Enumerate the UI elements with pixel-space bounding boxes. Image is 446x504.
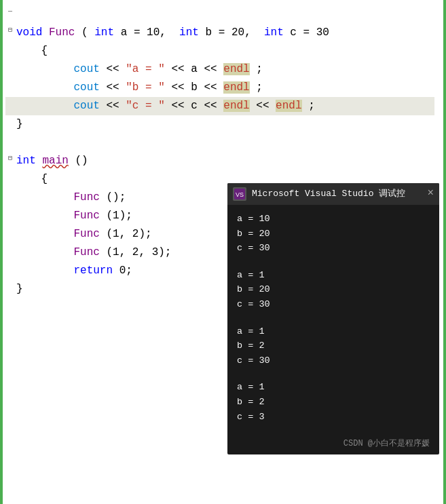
cout-kw2: cout [73,81,99,94]
func-call2: Func [73,210,99,222]
str-a: "a = " [126,63,165,75]
int-kw3: int [264,26,284,39]
debug-console: VS Microsoft Visual Studio 调试控 × a = 10 … [227,183,439,454]
console-titlebar: VS Microsoft Visual Studio 调试控 × [227,183,439,205]
endl-highlight2: endl [223,81,249,94]
console-footer: CSDN @小白不是程序媛 [227,433,439,454]
output-line-3: c = 30 [237,241,430,256]
collapse-icon[interactable]: ─ [5,5,15,18]
return-keyword: return [73,265,113,277]
func-call1: Func [73,191,99,203]
open-brace-line: { [5,42,434,60]
func-call4: Func [73,246,99,258]
output-empty-2 [237,312,430,324]
collapse-func-icon[interactable]: ⊟ [5,24,15,37]
int-kw1: int [94,26,114,39]
console-title: Microsoft Visual Studio 调试控 [252,187,427,201]
int-kw2: int [179,26,199,39]
code-editor: ─ ⊟ void Func ( int a = 10, int b = 20, … [0,0,446,504]
main-decl-line: ⊟ int main () [5,152,434,170]
right-green-border [443,0,446,504]
endl-highlight4: endl [276,100,301,112]
cout-b-line: cout << "b = " << b << endl ; [5,79,434,97]
console-close-button[interactable]: × [427,185,434,203]
vs-icon: VS [233,187,246,201]
output-line-4: a = 1 [237,268,430,283]
partial-line: ─ [5,5,434,24]
str-b: "b = " [126,81,165,94]
main-name: main [42,155,68,167]
output-line-9: c = 30 [237,353,430,368]
int-keyword: int [16,155,36,167]
output-line-6: c = 30 [237,297,430,312]
output-empty-1 [237,256,430,268]
collapse-main-icon[interactable]: ⊟ [5,152,15,165]
close-brace-func: } [5,115,434,134]
func-decl-line: ⊟ void Func ( int a = 10, int b = 20, in… [5,24,434,42]
output-line-12: c = 3 [237,410,430,425]
empty-line1 [5,134,434,152]
str-c: "c = " [126,100,165,112]
output-empty-3 [237,368,430,380]
output-line-1: a = 10 [237,212,430,227]
endl-highlight1: endl [223,63,249,75]
void-keyword: void [16,26,42,39]
output-line-7: a = 1 [237,324,430,339]
output-line-8: b = 2 [237,338,430,353]
endl-highlight3: endl [223,100,249,112]
func-call3: Func [73,228,99,240]
spacer1 [5,115,15,128]
cout-c-line: cout << "c = " << c << endl << endl ; [5,97,434,115]
output-line-10: a = 1 [237,380,430,395]
spacer2 [5,280,15,293]
output-line-2: b = 20 [237,227,430,241]
output-line-5: b = 20 [237,282,430,297]
output-line-11: b = 2 [237,395,430,410]
cout-kw1: cout [73,63,99,75]
console-body: a = 10 b = 20 c = 30 a = 1 b = 20 c = 30… [227,205,439,433]
func-name: Func [49,26,75,39]
cout-a-line: cout << "a = " << a << endl ; [5,60,434,79]
svg-text:VS: VS [236,191,244,198]
cout-kw3: cout [73,100,99,112]
